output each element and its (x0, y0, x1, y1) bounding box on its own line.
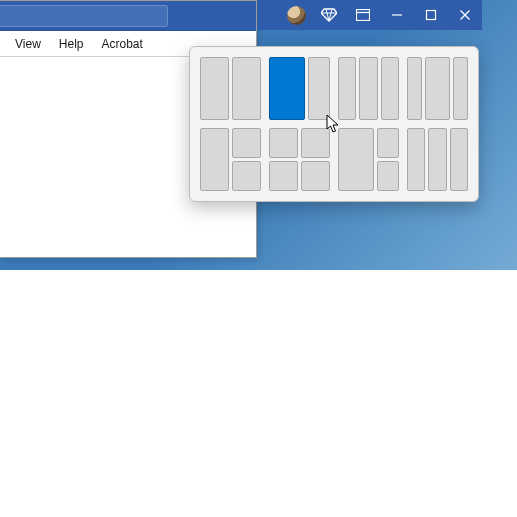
snap-zone[interactable] (269, 161, 298, 191)
snap-zone[interactable] (381, 57, 399, 120)
titlebar[interactable] (0, 1, 256, 31)
snap-zone[interactable] (200, 128, 229, 191)
menu-acrobat[interactable]: Acrobat (92, 31, 151, 56)
search-input[interactable] (0, 5, 168, 27)
svg-rect-0 (357, 10, 370, 21)
snap-layout-wide-left-right-stack[interactable] (338, 128, 399, 191)
snap-layout-three-wide-center[interactable] (407, 57, 468, 120)
snap-zone[interactable] (301, 161, 330, 191)
snap-zone-selected[interactable] (269, 57, 305, 120)
snap-layout-two-equal[interactable] (200, 57, 261, 120)
caption-buttons (257, 0, 482, 30)
snap-zone[interactable] (269, 128, 298, 158)
snap-zone[interactable] (232, 161, 261, 191)
desktop-white-area (0, 270, 517, 517)
snap-zone[interactable] (232, 57, 261, 120)
snap-zone[interactable] (308, 57, 330, 120)
snap-zone[interactable] (425, 57, 449, 120)
maximize-button[interactable] (414, 0, 448, 30)
ribbon-display-options-icon[interactable] (346, 0, 380, 30)
snap-layout-three-equal-alt[interactable] (407, 128, 468, 191)
snap-zone[interactable] (359, 57, 377, 120)
snap-zone[interactable] (232, 128, 261, 158)
snap-layouts-flyout (189, 46, 479, 202)
snap-zone[interactable] (301, 128, 330, 158)
user-avatar[interactable] (287, 6, 306, 25)
snap-zone[interactable] (407, 128, 425, 191)
snap-zone[interactable] (338, 57, 356, 120)
snap-zone[interactable] (453, 57, 468, 120)
premium-diamond-icon[interactable] (312, 0, 346, 30)
snap-layout-three-equal[interactable] (338, 57, 399, 120)
snap-layout-four-quad[interactable] (269, 128, 330, 191)
snap-zone[interactable] (338, 128, 374, 191)
snap-zone[interactable] (377, 128, 399, 158)
snap-zone[interactable] (450, 128, 468, 191)
snap-layout-two-wide-left[interactable] (269, 57, 330, 120)
snap-zone[interactable] (377, 161, 399, 191)
close-button[interactable] (448, 0, 482, 30)
snap-zone[interactable] (200, 57, 229, 120)
minimize-button[interactable] (380, 0, 414, 30)
snap-zone[interactable] (428, 128, 446, 191)
svg-rect-3 (427, 11, 436, 20)
snap-layout-left-half-right-stack[interactable] (200, 128, 261, 191)
menu-help[interactable]: Help (50, 31, 93, 56)
menu-view[interactable]: View (6, 31, 50, 56)
snap-zone[interactable] (407, 57, 422, 120)
